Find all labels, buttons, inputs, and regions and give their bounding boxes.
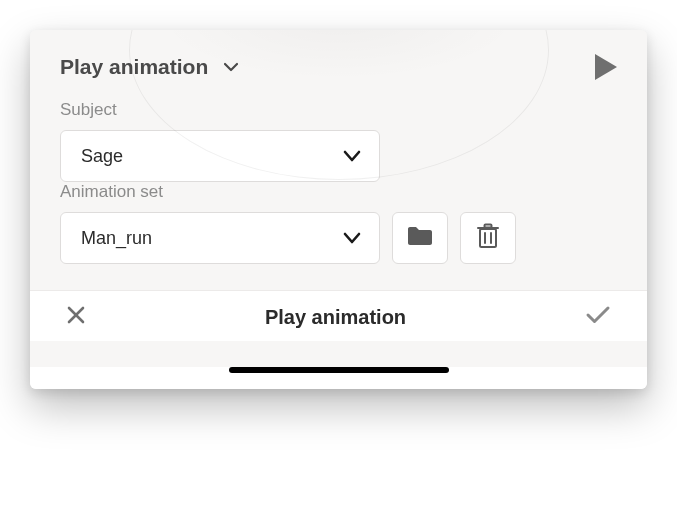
animation-set-select[interactable]: Man_run <box>60 212 380 264</box>
panel-content: Play animation Subject Sage <box>30 30 647 290</box>
svg-rect-2 <box>485 225 492 228</box>
delete-button[interactable] <box>460 212 516 264</box>
animation-set-value: Man_run <box>81 228 152 249</box>
action-type-selector[interactable]: Play animation <box>60 55 238 79</box>
subject-field: Subject Sage <box>60 100 617 182</box>
browse-button[interactable] <box>392 212 448 264</box>
confirm-button[interactable] <box>585 305 611 329</box>
chevron-down-icon <box>343 147 361 165</box>
chevron-down-icon <box>224 60 238 74</box>
trash-icon <box>477 223 499 253</box>
cancel-button[interactable] <box>66 305 86 329</box>
home-indicator-area <box>30 367 647 389</box>
close-icon <box>66 305 86 329</box>
svg-rect-0 <box>480 229 496 247</box>
action-editor-panel: Play animation Subject Sage <box>30 30 647 389</box>
subject-label: Subject <box>60 100 617 120</box>
chevron-down-icon <box>343 229 361 247</box>
subject-value: Sage <box>81 146 123 167</box>
check-icon <box>585 305 611 329</box>
home-indicator[interactable] <box>229 367 449 373</box>
animation-set-label: Animation set <box>60 182 617 202</box>
animation-set-field: Animation set Man_run <box>60 182 617 264</box>
footer-bar: Play animation <box>30 290 647 341</box>
header-row: Play animation <box>60 54 617 80</box>
action-type-label: Play animation <box>60 55 208 79</box>
play-icon[interactable] <box>595 54 617 80</box>
subject-select[interactable]: Sage <box>60 130 380 182</box>
footer-title: Play animation <box>265 306 406 329</box>
folder-icon <box>406 225 434 251</box>
